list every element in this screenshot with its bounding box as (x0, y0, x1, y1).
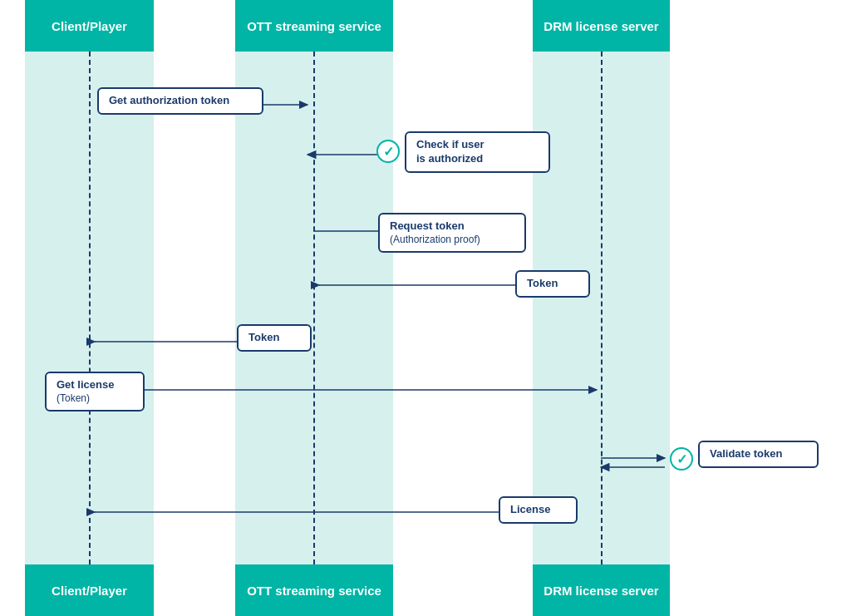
footer-drm: DRM license server (533, 564, 670, 616)
dline-client (89, 52, 91, 564)
msg-get-auth-token: Get authorization token (97, 87, 263, 115)
msg-check-auth: Check if useris authorized (405, 131, 550, 173)
msg-validate-token: Validate token (698, 441, 819, 468)
diagram-container: Client/Player OTT streaming service DRM … (0, 0, 851, 616)
msg-license: License (499, 496, 578, 524)
header-ott: OTT streaming service (235, 0, 393, 52)
header-drm: DRM license server (533, 0, 670, 52)
msg-request-token: Request token (Authorization proof) (378, 213, 526, 253)
dline-drm (601, 52, 603, 564)
dline-ott (313, 52, 315, 564)
check-icon-validate (670, 447, 693, 471)
footer-ott: OTT streaming service (235, 564, 393, 616)
msg-get-license: Get license (Token) (45, 372, 145, 411)
header-client: Client/Player (25, 0, 154, 52)
msg-token-ott: Token (237, 324, 312, 352)
msg-token-drm: Token (515, 270, 590, 298)
footer-client: Client/Player (25, 564, 154, 616)
check-icon-auth (376, 140, 400, 163)
